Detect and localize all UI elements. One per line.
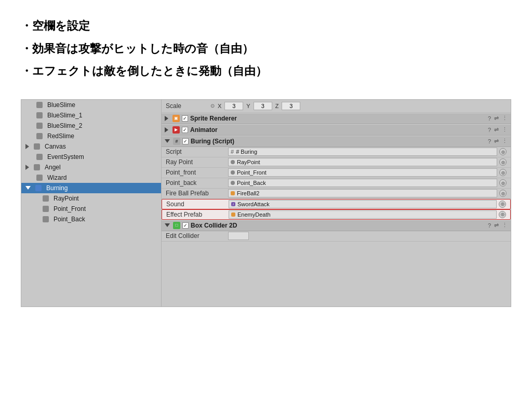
cube-icon	[42, 195, 49, 202]
prop-raypoint-value: RayPoint ◎	[228, 158, 507, 166]
cube-icon	[42, 205, 49, 212]
prop-pointback-select-btn[interactable]: ◎	[499, 179, 507, 187]
scale-x-input[interactable]	[224, 102, 243, 110]
collapse-arrow-icon	[165, 127, 168, 132]
prop-effectprefab-value: EnemyDeath ◎	[229, 210, 506, 219]
hierarchy-item-pointback[interactable]: Point_Back	[21, 214, 161, 224]
sprite-renderer-checkbox[interactable]: ✓	[182, 115, 188, 122]
settings-icon[interactable]: ⇌	[494, 222, 499, 229]
prop-pointback-label: Point_back	[166, 179, 228, 187]
hierarchy-item-angel[interactable]: Angel	[21, 162, 161, 172]
help-icon[interactable]: ?	[488, 115, 491, 122]
collider-icon: □	[173, 222, 180, 229]
prop-fireball: Fire Ball Prefab FireBall2 ◎	[162, 189, 511, 199]
cube-icon	[36, 174, 43, 181]
arrow-right-icon	[25, 165, 29, 170]
hierarchy-item-eventsystem[interactable]: EventSystem	[21, 152, 161, 162]
sprite-renderer-title: Sprite Renderer	[190, 115, 486, 122]
buring-script-controls: ? ⇌ ⋮	[488, 138, 508, 144]
hierarchy-item-redslime[interactable]: RedSlime	[21, 131, 161, 141]
cube-icon	[36, 122, 43, 129]
cube-dot-icon	[231, 160, 235, 164]
hierarchy-item-blueslime[interactable]: BlueSlime	[21, 100, 161, 110]
prop-fireball-value: FireBall2 ◎	[228, 189, 507, 197]
hierarchy-item-burning[interactable]: Burning	[21, 183, 161, 193]
sprite-renderer-header[interactable]: ▣ ✓ Sprite Renderer ? ⇌ ⋮	[162, 113, 511, 124]
prop-raypoint: Ray Point RayPoint ◎	[162, 157, 511, 168]
boxcollider-controls: ? ⇌ ⋮	[488, 222, 508, 229]
buring-script-title: Buring (Script)	[191, 138, 486, 145]
x-label: X	[218, 103, 221, 109]
prop-raypoint-label: Ray Point	[166, 158, 228, 166]
prop-script-value: # # Buring ◎	[228, 148, 507, 156]
bullet-1: ・空欄を設定	[21, 16, 511, 36]
more-icon[interactable]: ⋮	[502, 222, 508, 229]
prop-sound-select-btn[interactable]: ◎	[499, 201, 506, 208]
bullet-2: ・効果音は攻撃がヒットした時の音（自由）	[21, 38, 511, 59]
buring-script-icon: #	[173, 138, 180, 145]
prop-editcollider: Edit Collider	[162, 231, 511, 242]
prop-fireball-field: FireBall2	[228, 189, 497, 197]
help-icon[interactable]: ?	[488, 222, 491, 229]
more-icon[interactable]: ⋮	[502, 138, 508, 144]
bullet-3: ・エフェクトは敵を倒したときに発動（自由）	[21, 61, 511, 82]
prop-pointfront-field: Point_Front	[228, 168, 497, 177]
help-icon[interactable]: ?	[488, 127, 491, 133]
prop-effectprefab-label: Effect Prefab	[166, 211, 229, 218]
prop-pointfront-select-btn[interactable]: ◎	[499, 169, 507, 176]
cube-icon	[36, 101, 43, 109]
hierarchy-item-wizard[interactable]: Wizard	[21, 172, 161, 183]
collapse-arrow-icon	[165, 223, 170, 227]
cube-icon	[42, 216, 49, 223]
buring-script-header[interactable]: # ✓ Buring (Script) ? ⇌ ⋮	[162, 136, 511, 147]
prop-script-label: Script	[166, 148, 228, 155]
more-icon[interactable]: ⋮	[502, 126, 508, 133]
cube-icon	[36, 112, 43, 119]
prop-script: Script # # Buring ◎	[162, 147, 511, 157]
prop-script-field: # # Buring	[228, 148, 497, 156]
cube-dot-icon	[231, 181, 235, 185]
collapse-arrow-icon	[165, 139, 170, 143]
hierarchy-panel: BlueSlime BlueSlime_1 BlueSlime_2 RedSli…	[21, 100, 162, 307]
arrow-right-icon	[25, 144, 29, 149]
prop-fireball-select-btn[interactable]: ◎	[499, 190, 507, 197]
scale-z-input[interactable]	[282, 102, 300, 110]
hierarchy-item-raypoint[interactable]: RayPoint	[21, 193, 161, 204]
unity-editor-panel: BlueSlime BlueSlime_1 BlueSlime_2 RedSli…	[21, 99, 511, 307]
boxcollider-checkbox[interactable]: ✓	[182, 222, 189, 229]
sprite-renderer-icon: ▣	[172, 115, 180, 122]
hierarchy-item-blueslime2[interactable]: BlueSlime_2	[21, 121, 161, 131]
more-icon[interactable]: ⋮	[502, 115, 508, 122]
hierarchy-item-blueslime1[interactable]: BlueSlime_1	[21, 110, 161, 121]
hierarchy-item-pointfront[interactable]: Point_Front	[21, 204, 161, 214]
prop-effectprefab: Effect Prefab EnemyDeath ◎	[162, 209, 511, 220]
cube-dot-icon	[231, 170, 235, 175]
sprite-renderer-controls: ? ⇌ ⋮	[488, 115, 508, 122]
boxcollider-title: Box Collider 2D	[191, 222, 486, 229]
prop-sound-value: ♪ SwordAttack ◎	[229, 200, 506, 208]
settings-icon[interactable]: ⇌	[494, 138, 499, 144]
hierarchy-item-canvas[interactable]: Canvas	[21, 141, 161, 152]
buring-script-checkbox[interactable]: ✓	[182, 138, 189, 144]
prop-script-select-btn[interactable]: ◎	[499, 148, 507, 155]
sound-icon: ♪	[231, 202, 235, 206]
prop-effectprefab-select-btn[interactable]: ◎	[499, 211, 506, 218]
help-icon[interactable]: ?	[488, 138, 491, 144]
boxcollider-header[interactable]: □ ✓ Box Collider 2D ? ⇌ ⋮	[162, 220, 511, 231]
settings-icon[interactable]: ⇌	[494, 115, 499, 122]
scale-label: Scale	[166, 102, 207, 110]
scale-row: Scale ⊙ X Y Z	[162, 100, 511, 113]
cube-icon	[33, 164, 41, 171]
cube-icon	[33, 143, 41, 150]
animator-checkbox[interactable]: ✓	[182, 127, 188, 133]
prop-pointfront-value: Point_Front ◎	[228, 168, 507, 177]
prop-pointfront-label: Point_front	[166, 169, 228, 176]
scale-y-input[interactable]	[254, 102, 272, 110]
animator-controls: ? ⇌ ⋮	[488, 126, 508, 133]
prop-editcollider-label: Edit Collider	[166, 232, 228, 240]
settings-icon[interactable]: ⇌	[494, 126, 499, 133]
animator-header[interactable]: ▶ ✓ Animator ? ⇌ ⋮	[162, 124, 511, 136]
scale-link-icon: ⊙	[210, 103, 215, 109]
y-label: Y	[246, 103, 250, 109]
prop-raypoint-select-btn[interactable]: ◎	[499, 158, 507, 166]
